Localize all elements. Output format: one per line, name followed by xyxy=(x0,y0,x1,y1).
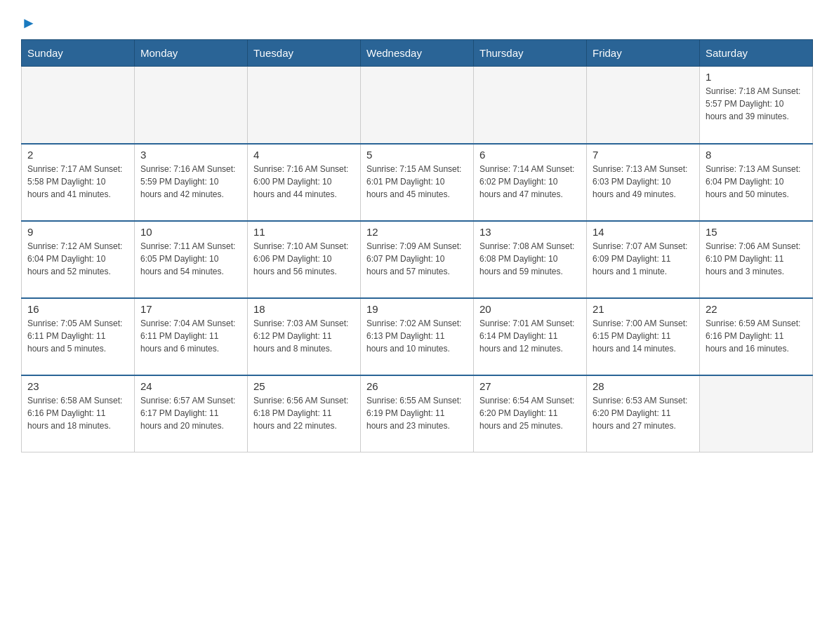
day-number: 24 xyxy=(140,380,241,392)
day-info: Sunrise: 7:14 AM Sunset: 6:02 PM Dayligh… xyxy=(479,163,581,201)
day-number: 13 xyxy=(479,226,581,238)
calendar-day-cell: 17Sunrise: 7:04 AM Sunset: 6:11 PM Dayli… xyxy=(135,298,248,375)
day-info: Sunrise: 7:08 AM Sunset: 6:08 PM Dayligh… xyxy=(479,240,581,278)
day-number: 26 xyxy=(366,380,468,392)
day-number: 22 xyxy=(706,303,807,315)
day-number: 16 xyxy=(27,303,128,315)
day-number: 18 xyxy=(253,303,355,315)
day-info: Sunrise: 6:58 AM Sunset: 6:16 PM Dayligh… xyxy=(27,394,128,432)
day-info: Sunrise: 6:56 AM Sunset: 6:18 PM Dayligh… xyxy=(253,394,355,432)
day-number: 8 xyxy=(706,149,807,161)
calendar-day-cell xyxy=(700,375,813,452)
day-info: Sunrise: 7:12 AM Sunset: 6:04 PM Dayligh… xyxy=(27,240,128,278)
calendar-day-cell: 13Sunrise: 7:08 AM Sunset: 6:08 PM Dayli… xyxy=(474,221,587,298)
day-of-week-header: Saturday xyxy=(700,40,813,67)
day-number: 3 xyxy=(140,149,241,161)
page-header: ► xyxy=(21,14,813,32)
day-number: 6 xyxy=(479,149,581,161)
day-info: Sunrise: 7:13 AM Sunset: 6:04 PM Dayligh… xyxy=(706,163,807,201)
calendar-day-cell xyxy=(135,67,248,144)
day-info: Sunrise: 6:53 AM Sunset: 6:20 PM Dayligh… xyxy=(593,394,694,432)
day-info: Sunrise: 6:57 AM Sunset: 6:17 PM Dayligh… xyxy=(140,394,241,432)
calendar-day-cell: 2Sunrise: 7:17 AM Sunset: 5:58 PM Daylig… xyxy=(22,144,135,221)
calendar-day-cell: 25Sunrise: 6:56 AM Sunset: 6:18 PM Dayli… xyxy=(248,375,361,452)
day-info: Sunrise: 7:10 AM Sunset: 6:06 PM Dayligh… xyxy=(253,240,355,278)
calendar-day-cell: 11Sunrise: 7:10 AM Sunset: 6:06 PM Dayli… xyxy=(248,221,361,298)
day-number: 27 xyxy=(479,380,581,392)
day-of-week-header: Monday xyxy=(135,40,248,67)
day-info: Sunrise: 7:07 AM Sunset: 6:09 PM Dayligh… xyxy=(593,240,694,278)
day-info: Sunrise: 7:00 AM Sunset: 6:15 PM Dayligh… xyxy=(593,317,694,355)
calendar-day-cell: 18Sunrise: 7:03 AM Sunset: 6:12 PM Dayli… xyxy=(248,298,361,375)
calendar-day-cell: 16Sunrise: 7:05 AM Sunset: 6:11 PM Dayli… xyxy=(22,298,135,375)
day-number: 20 xyxy=(479,303,581,315)
day-number: 5 xyxy=(366,149,468,161)
day-info: Sunrise: 7:15 AM Sunset: 6:01 PM Dayligh… xyxy=(366,163,468,201)
calendar-day-cell: 28Sunrise: 6:53 AM Sunset: 6:20 PM Dayli… xyxy=(587,375,700,452)
calendar-day-cell: 1Sunrise: 7:18 AM Sunset: 5:57 PM Daylig… xyxy=(700,67,813,144)
day-number: 11 xyxy=(253,226,355,238)
day-number: 9 xyxy=(27,226,128,238)
calendar-day-cell: 5Sunrise: 7:15 AM Sunset: 6:01 PM Daylig… xyxy=(361,144,474,221)
calendar-week-row: 1Sunrise: 7:18 AM Sunset: 5:57 PM Daylig… xyxy=(22,67,813,144)
calendar-day-cell: 3Sunrise: 7:16 AM Sunset: 5:59 PM Daylig… xyxy=(135,144,248,221)
calendar-day-cell: 27Sunrise: 6:54 AM Sunset: 6:20 PM Dayli… xyxy=(474,375,587,452)
calendar-day-cell: 20Sunrise: 7:01 AM Sunset: 6:14 PM Dayli… xyxy=(474,298,587,375)
day-number: 15 xyxy=(706,226,807,238)
day-info: Sunrise: 7:16 AM Sunset: 6:00 PM Dayligh… xyxy=(253,163,355,201)
calendar-header-row: SundayMondayTuesdayWednesdayThursdayFrid… xyxy=(22,40,813,67)
calendar-day-cell: 22Sunrise: 6:59 AM Sunset: 6:16 PM Dayli… xyxy=(700,298,813,375)
day-number: 19 xyxy=(366,303,468,315)
day-info: Sunrise: 7:11 AM Sunset: 6:05 PM Dayligh… xyxy=(140,240,241,278)
calendar-day-cell xyxy=(361,67,474,144)
day-number: 4 xyxy=(253,149,355,161)
calendar-day-cell xyxy=(587,67,700,144)
day-info: Sunrise: 7:18 AM Sunset: 5:57 PM Dayligh… xyxy=(706,85,807,123)
calendar-table: SundayMondayTuesdayWednesdayThursdayFrid… xyxy=(21,39,813,452)
calendar-day-cell: 10Sunrise: 7:11 AM Sunset: 6:05 PM Dayli… xyxy=(135,221,248,298)
calendar-week-row: 23Sunrise: 6:58 AM Sunset: 6:16 PM Dayli… xyxy=(22,375,813,452)
day-info: Sunrise: 7:09 AM Sunset: 6:07 PM Dayligh… xyxy=(366,240,468,278)
day-info: Sunrise: 7:16 AM Sunset: 5:59 PM Dayligh… xyxy=(140,163,241,201)
day-info: Sunrise: 7:17 AM Sunset: 5:58 PM Dayligh… xyxy=(27,163,128,201)
day-info: Sunrise: 7:02 AM Sunset: 6:13 PM Dayligh… xyxy=(366,317,468,355)
calendar-day-cell: 15Sunrise: 7:06 AM Sunset: 6:10 PM Dayli… xyxy=(700,221,813,298)
day-number: 2 xyxy=(27,149,128,161)
calendar-day-cell: 24Sunrise: 6:57 AM Sunset: 6:17 PM Dayli… xyxy=(135,375,248,452)
day-info: Sunrise: 6:59 AM Sunset: 6:16 PM Dayligh… xyxy=(706,317,807,355)
calendar-day-cell: 19Sunrise: 7:02 AM Sunset: 6:13 PM Dayli… xyxy=(361,298,474,375)
calendar-week-row: 16Sunrise: 7:05 AM Sunset: 6:11 PM Dayli… xyxy=(22,298,813,375)
day-of-week-header: Thursday xyxy=(474,40,587,67)
calendar-day-cell: 4Sunrise: 7:16 AM Sunset: 6:00 PM Daylig… xyxy=(248,144,361,221)
day-info: Sunrise: 6:55 AM Sunset: 6:19 PM Dayligh… xyxy=(366,394,468,432)
day-number: 1 xyxy=(706,71,807,83)
calendar-day-cell: 8Sunrise: 7:13 AM Sunset: 6:04 PM Daylig… xyxy=(700,144,813,221)
day-number: 23 xyxy=(27,380,128,392)
day-of-week-header: Wednesday xyxy=(361,40,474,67)
calendar-day-cell: 9Sunrise: 7:12 AM Sunset: 6:04 PM Daylig… xyxy=(22,221,135,298)
day-info: Sunrise: 7:01 AM Sunset: 6:14 PM Dayligh… xyxy=(479,317,581,355)
day-of-week-header: Friday xyxy=(587,40,700,67)
day-number: 10 xyxy=(140,226,241,238)
day-number: 25 xyxy=(253,380,355,392)
day-info: Sunrise: 7:04 AM Sunset: 6:11 PM Dayligh… xyxy=(140,317,241,355)
calendar-day-cell: 7Sunrise: 7:13 AM Sunset: 6:03 PM Daylig… xyxy=(587,144,700,221)
calendar-week-row: 2Sunrise: 7:17 AM Sunset: 5:58 PM Daylig… xyxy=(22,144,813,221)
calendar-day-cell: 6Sunrise: 7:14 AM Sunset: 6:02 PM Daylig… xyxy=(474,144,587,221)
calendar-day-cell: 12Sunrise: 7:09 AM Sunset: 6:07 PM Dayli… xyxy=(361,221,474,298)
day-number: 21 xyxy=(593,303,694,315)
day-number: 14 xyxy=(593,226,694,238)
logo: ► xyxy=(21,14,37,32)
day-info: Sunrise: 7:05 AM Sunset: 6:11 PM Dayligh… xyxy=(27,317,128,355)
day-info: Sunrise: 7:03 AM Sunset: 6:12 PM Dayligh… xyxy=(253,317,355,355)
day-info: Sunrise: 6:54 AM Sunset: 6:20 PM Dayligh… xyxy=(479,394,581,432)
calendar-day-cell: 14Sunrise: 7:07 AM Sunset: 6:09 PM Dayli… xyxy=(587,221,700,298)
day-of-week-header: Tuesday xyxy=(248,40,361,67)
day-of-week-header: Sunday xyxy=(22,40,135,67)
day-number: 28 xyxy=(593,380,694,392)
calendar-day-cell xyxy=(474,67,587,144)
calendar-day-cell: 21Sunrise: 7:00 AM Sunset: 6:15 PM Dayli… xyxy=(587,298,700,375)
day-info: Sunrise: 7:13 AM Sunset: 6:03 PM Dayligh… xyxy=(593,163,694,201)
calendar-day-cell xyxy=(22,67,135,144)
calendar-week-row: 9Sunrise: 7:12 AM Sunset: 6:04 PM Daylig… xyxy=(22,221,813,298)
